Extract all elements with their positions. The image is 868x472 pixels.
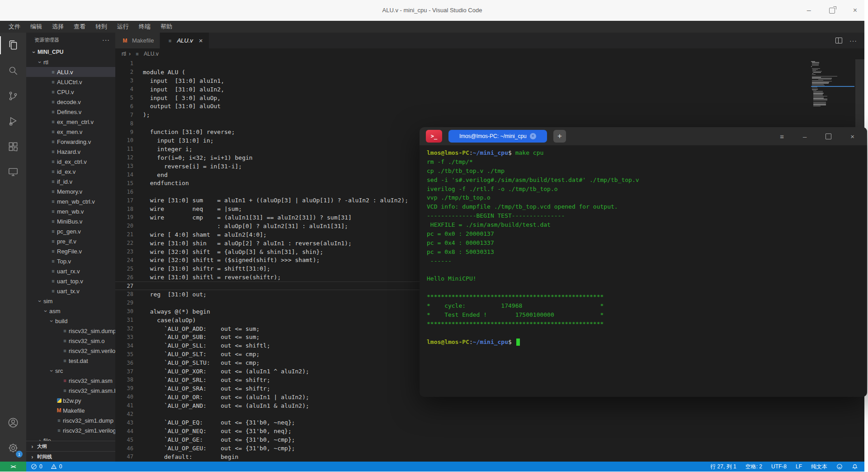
editor-more-icon[interactable]: ··· bbox=[849, 37, 857, 44]
tab-close-icon[interactable]: × bbox=[199, 37, 203, 44]
menu-item[interactable]: 查看 bbox=[69, 21, 90, 33]
source-control-icon[interactable] bbox=[0, 83, 26, 109]
breadcrumb-folder[interactable]: rtl bbox=[122, 51, 126, 57]
tree-item[interactable]: ≡Defines.v bbox=[26, 107, 115, 117]
code-line[interactable]: 43 `ALU_OP_EQ: out <= {31'b0, ~neq}; bbox=[115, 418, 864, 427]
code-line[interactable]: 3 input [31:0] aluIn1, bbox=[115, 76, 864, 85]
code-line[interactable]: 1 bbox=[115, 59, 864, 68]
tree-item[interactable]: ›asm bbox=[26, 306, 115, 316]
status-item[interactable]: 纯文本 bbox=[811, 463, 827, 471]
code-line[interactable]: 2module ALU ( bbox=[115, 68, 864, 76]
status-item[interactable]: LF bbox=[796, 463, 802, 470]
tree-item[interactable]: ›rtl bbox=[26, 57, 115, 67]
code-line[interactable]: 44 `ALU_OP_NEQ: out <= {31'b0, neq}; bbox=[115, 427, 864, 435]
code-line[interactable]: 47 default: begin bbox=[115, 453, 864, 461]
code-line[interactable]: 42 bbox=[115, 410, 864, 419]
tree-item[interactable]: ≡if_id.v bbox=[26, 176, 115, 186]
tree-item[interactable]: ≡pc_gen.v bbox=[26, 226, 115, 236]
terminal-close-button[interactable]: × bbox=[850, 133, 854, 140]
tree-item[interactable]: ≡ALU.v bbox=[26, 67, 115, 77]
tree-item[interactable]: ≡CPU.v bbox=[26, 87, 115, 97]
terminal-titlebar[interactable]: >_ lmos@lmos-PC: ~/mini_cpu × + ≡ – × bbox=[420, 127, 867, 145]
extensions-icon[interactable] bbox=[0, 134, 26, 159]
tree-item[interactable]: ≡MiniBus.v bbox=[26, 216, 115, 226]
tree-item[interactable]: ≡men_wb.v bbox=[26, 206, 115, 216]
editor-tab[interactable]: MMakefile bbox=[115, 33, 160, 48]
account-icon[interactable] bbox=[0, 410, 26, 435]
breadcrumb[interactable]: rtl › ≡ ALU.v bbox=[115, 48, 864, 59]
explorer-more-actions[interactable]: ··· bbox=[102, 36, 110, 43]
split-editor-icon[interactable] bbox=[835, 38, 842, 43]
terminal-menu-icon[interactable]: ≡ bbox=[780, 133, 784, 140]
tree-item[interactable]: ≡riscv32_sim1.dump bbox=[26, 415, 115, 425]
window-minimize-button[interactable]: – bbox=[807, 7, 811, 14]
tree-item[interactable]: MMakefile bbox=[26, 405, 115, 415]
tree-item[interactable]: ≡ex_men_ctrl.v bbox=[26, 117, 115, 127]
tree-item[interactable]: ›sim bbox=[26, 296, 115, 306]
tree-item[interactable]: ≡uart_rx.v bbox=[26, 266, 115, 276]
code-line[interactable]: 41 `ALU_OP_AND: out <= (aluIn1 & aluIn2)… bbox=[115, 401, 864, 410]
terminal-minimize-button[interactable]: – bbox=[803, 133, 807, 140]
tree-item[interactable]: ›src bbox=[26, 366, 115, 376]
run-debug-icon[interactable] bbox=[0, 109, 26, 134]
tree-item[interactable]: ≡Memory.v bbox=[26, 186, 115, 196]
menu-item[interactable]: 文件 bbox=[4, 21, 25, 33]
status-item[interactable]: UTF-8 bbox=[771, 463, 787, 470]
sidebar-section[interactable]: ›大纲 bbox=[26, 441, 115, 451]
window-restore-button[interactable] bbox=[829, 8, 835, 14]
tree-item[interactable]: ≡uart_top.v bbox=[26, 276, 115, 286]
menu-item[interactable]: 选择 bbox=[47, 21, 69, 33]
tree-item[interactable]: ≡riscv32_sim.asm.bk bbox=[26, 386, 115, 396]
problems-indicator[interactable]: 0 0 bbox=[26, 463, 62, 470]
tree-item[interactable]: ≡riscv32_sim.o bbox=[26, 336, 115, 346]
tree-item[interactable]: ≡ex_men.v bbox=[26, 127, 115, 137]
terminal-new-tab-button[interactable]: + bbox=[553, 130, 566, 143]
menu-item[interactable]: 终端 bbox=[134, 21, 156, 33]
menu-item[interactable]: 帮助 bbox=[156, 21, 177, 33]
tree-item[interactable]: ≡id_ex.v bbox=[26, 167, 115, 176]
status-item[interactable]: 行 27, 列 1 bbox=[710, 463, 736, 471]
tree-item[interactable]: ≡men_wb_ctrl.v bbox=[26, 196, 115, 206]
minimap[interactable] bbox=[811, 60, 854, 107]
menu-item[interactable]: 编辑 bbox=[25, 21, 47, 33]
code-line[interactable]: 5 input [ 3:0] aluOp, bbox=[115, 94, 864, 102]
window-close-button[interactable]: × bbox=[853, 7, 857, 14]
terminal-maximize-button[interactable] bbox=[826, 133, 831, 139]
tree-item[interactable]: ≡Top.v bbox=[26, 256, 115, 266]
editor-tab[interactable]: ≡ALU.v× bbox=[160, 33, 208, 48]
tree-item[interactable]: b2w.py bbox=[26, 396, 115, 405]
code-line[interactable]: 46 `ALU_OP_GEU: out <= {31'b0, ~cmp}; bbox=[115, 444, 864, 453]
tree-item[interactable]: ›build bbox=[26, 316, 115, 326]
code-line[interactable]: 4 input [31:0] aluIn2, bbox=[115, 85, 864, 94]
notifications-bell-icon[interactable] bbox=[852, 463, 858, 470]
code-line[interactable]: 7); bbox=[115, 110, 864, 119]
tree-item[interactable]: ≡id_ex_ctrl.v bbox=[26, 157, 115, 167]
tree-item[interactable]: ≡riscv32_sim.dump bbox=[26, 326, 115, 336]
tree-item[interactable]: ≡uart_tx.v bbox=[26, 286, 115, 296]
breadcrumb-file[interactable]: ALU.v bbox=[144, 51, 159, 57]
tree-item[interactable]: ≡RegFile.v bbox=[26, 246, 115, 256]
tree-item[interactable]: ≡riscv32_sim.asm bbox=[26, 376, 115, 386]
tree-item[interactable]: ≡Hazard.v bbox=[26, 147, 115, 157]
sidebar-section[interactable]: ›时间线 bbox=[26, 451, 115, 462]
feedback-icon[interactable] bbox=[836, 463, 843, 470]
tree-item[interactable]: ≡decode.v bbox=[26, 97, 115, 107]
code-line[interactable]: 6 output [31:0] aluOut bbox=[115, 102, 864, 110]
tree-item[interactable]: ≡pre_if.v bbox=[26, 236, 115, 246]
search-icon[interactable] bbox=[0, 58, 26, 83]
status-item[interactable]: 空格: 2 bbox=[745, 463, 762, 471]
tree-item[interactable]: ≡Forwarding.v bbox=[26, 137, 115, 147]
terminal-tab-close-icon[interactable]: × bbox=[530, 133, 536, 139]
code-line[interactable]: 8 bbox=[115, 119, 864, 128]
code-line[interactable]: 45 `ALU_OP_GE: out <= {31'b0, ~cmp}; bbox=[115, 435, 864, 444]
tree-item[interactable]: ≡test.dat bbox=[26, 356, 115, 366]
terminal-tab[interactable]: lmos@lmos-PC: ~/mini_cpu × bbox=[448, 130, 547, 143]
tree-item[interactable]: ≡riscv32_sim.verilog bbox=[26, 346, 115, 356]
menu-item[interactable]: 运行 bbox=[112, 21, 134, 33]
terminal-output[interactable]: lmos@lmos-PC:~/mini_cpu$ make cpurm -f .… bbox=[420, 145, 867, 348]
remote-indicator[interactable]: >< bbox=[0, 462, 26, 472]
tree-item[interactable]: ≡riscv32_sim1.verilog bbox=[26, 425, 115, 435]
tree-item[interactable]: ≡ALUCtrl.v bbox=[26, 77, 115, 87]
settings-gear-icon[interactable]: 1 bbox=[0, 435, 26, 461]
tree-item[interactable]: ›MINI_CPU bbox=[26, 47, 115, 57]
